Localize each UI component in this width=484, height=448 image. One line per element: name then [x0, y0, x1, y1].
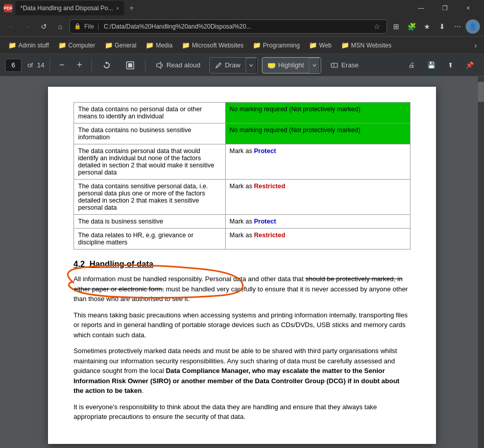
table-cell-condition: The data contains sensitive personal dat…	[74, 180, 226, 215]
pdf-right-tools: 🖨 💾 ⬆ 📌	[403, 57, 479, 73]
zoom-out-button[interactable]: −	[55, 57, 69, 73]
bookmark-label: MSN Websites	[351, 42, 392, 49]
svg-marker-2	[157, 62, 161, 68]
folder-icon: 📁	[105, 41, 113, 49]
folder-icon: 📁	[253, 41, 261, 49]
minimize-button[interactable]: —	[409, 0, 433, 16]
folder-icon: 📁	[309, 41, 317, 49]
draw-button[interactable]: Draw	[210, 57, 245, 73]
table-cell-action: No marking required (Not protectively ma…	[225, 103, 410, 123]
read-aloud-label: Read aloud	[166, 61, 201, 69]
highlight-dropdown-arrow[interactable]	[309, 57, 321, 73]
tab-title: *Data Handling and Disposal Po...	[20, 5, 113, 12]
table-cell-condition: The data contains no personal data or ot…	[74, 103, 226, 123]
forward-button[interactable]: →	[20, 19, 35, 34]
table-row: The data contains no personal data or ot…	[74, 103, 410, 123]
fit-page-button[interactable]	[120, 57, 140, 73]
favorite-star-button[interactable]: ☆	[374, 22, 380, 31]
folder-icon: 📁	[58, 41, 66, 49]
table-row: The data is business sensitive Mark as P…	[74, 215, 410, 229]
table-cell-condition: The data relates to HR, e.g. grievance o…	[74, 229, 226, 250]
settings-button[interactable]: ⋯	[450, 19, 465, 34]
addressbar: ← → ↺ ⌂ 🔒 File C:/Data/Data%20Handling%2…	[0, 16, 484, 37]
bookmark-web[interactable]: 📁 Web	[305, 39, 335, 51]
home-button[interactable]: ⌂	[53, 19, 67, 34]
address-bar-input[interactable]: 🔒 File C:/Data/Data%20Handling%20and%20D…	[69, 19, 387, 34]
paragraph-1: All information must be handled responsi…	[74, 274, 410, 304]
print-button[interactable]: 🖨	[403, 57, 420, 73]
bookmark-programming[interactable]: 📁 Programming	[249, 39, 304, 51]
bookmark-label: Media	[156, 42, 173, 49]
bookmark-media[interactable]: 📁 Media	[141, 39, 177, 51]
bookmarks-bar: 📁 Admin stuff 📁 Computer 📁 General 📁 Med…	[0, 37, 484, 54]
table-row: The data contains no business sensitive …	[74, 123, 410, 144]
speaker-icon	[156, 61, 164, 69]
extensions-button[interactable]: 🧩	[404, 19, 419, 34]
pdf-toolbar: 6 of 14 − + Read aloud Draw	[0, 54, 484, 77]
favorites-button[interactable]: ★	[420, 19, 434, 34]
share-button[interactable]: ⬆	[443, 57, 458, 73]
page-number-input[interactable]: 6	[5, 59, 21, 72]
folder-icon: 📁	[182, 41, 190, 49]
rotate-button[interactable]	[97, 57, 116, 73]
new-tab-button[interactable]: +	[129, 4, 134, 13]
table-cell-condition: The data is business sensitive	[74, 215, 226, 229]
svg-rect-4	[331, 63, 337, 67]
bookmark-general[interactable]: 📁 General	[101, 39, 141, 51]
chevron-down-icon	[312, 63, 317, 67]
restricted-label: Restricted	[254, 232, 285, 239]
page-of-label: of	[28, 61, 33, 69]
table-cell-condition: The data contains no business sensitive …	[74, 123, 226, 144]
table-row: The data contains sensitive personal dat…	[74, 180, 410, 215]
maximize-button[interactable]: ❐	[433, 0, 456, 16]
tab-close-button[interactable]: ×	[116, 6, 119, 11]
svg-rect-3	[268, 63, 275, 67]
data-classification-table: The data contains no personal data or ot…	[74, 102, 410, 250]
bookmark-admin-stuff[interactable]: 📁 Admin stuff	[4, 39, 53, 51]
page-total: 14	[37, 61, 44, 69]
mark-as-label: Mark as	[230, 232, 254, 239]
erase-icon	[330, 62, 338, 69]
bookmark-microsoft-websites[interactable]: 📁 Microsoft Websites	[178, 39, 248, 51]
immersive-reader-button[interactable]: 📌	[461, 57, 479, 73]
bookmark-label: Admin stuff	[18, 42, 49, 49]
strikethrough-text: should be protectively marked, in either…	[74, 275, 402, 293]
table-cell-action: Mark as Protect	[225, 215, 410, 229]
table-cell-action: Mark as Restricted	[225, 229, 410, 250]
highlight-button[interactable]: Highlight	[262, 57, 309, 73]
svg-rect-1	[128, 63, 132, 67]
bookmark-computer[interactable]: 📁 Computer	[54, 39, 100, 51]
erase-button[interactable]: Erase	[325, 57, 364, 73]
draw-dropdown-arrow[interactable]	[246, 57, 257, 73]
downloads-button[interactable]: ⬇	[435, 19, 449, 34]
protect-label: Protect	[254, 218, 276, 225]
paragraph-2: This means taking basic precautions when…	[74, 310, 410, 340]
protect-label: Protect	[254, 147, 276, 155]
back-button[interactable]: ←	[4, 19, 18, 34]
folder-icon: 📁	[341, 41, 349, 49]
bookmark-label: General	[115, 42, 137, 49]
mark-as-label: Mark as	[230, 183, 254, 190]
bookmark-msn-websites[interactable]: 📁 MSN Websites	[337, 39, 396, 51]
table-row: The data relates to HR, e.g. grievance o…	[74, 229, 410, 250]
folder-icon: 📁	[8, 41, 16, 49]
bookmark-label: Computer	[68, 42, 95, 49]
scrollbar-thumb[interactable]	[478, 82, 484, 102]
active-tab[interactable]: *Data Handling and Disposal Po... ×	[15, 1, 124, 15]
read-aloud-button[interactable]: Read aloud	[151, 57, 206, 73]
browser-toolbar-icons: ⊞ 🧩 ★ ⬇ ⋯ 👤	[389, 19, 480, 34]
draw-tool-dropdown: Draw	[209, 57, 257, 73]
bookmarks-more-button[interactable]: ›	[471, 39, 480, 52]
scrollbar-track[interactable]	[478, 77, 484, 448]
divider-1	[50, 59, 50, 71]
rotate-icon	[102, 61, 111, 70]
refresh-button[interactable]: ↺	[37, 19, 51, 34]
zoom-in-button[interactable]: +	[72, 57, 86, 73]
restricted-label: Restricted	[254, 183, 285, 190]
close-window-button[interactable]: ×	[456, 0, 480, 16]
collections-button[interactable]: ⊞	[389, 19, 403, 34]
profile-avatar[interactable]: 👤	[466, 19, 480, 34]
pdf-page-container[interactable]: The data contains no personal data or ot…	[0, 77, 484, 448]
save-button[interactable]: 💾	[422, 57, 441, 73]
section-heading: 4.2 Handling of data	[74, 260, 410, 269]
